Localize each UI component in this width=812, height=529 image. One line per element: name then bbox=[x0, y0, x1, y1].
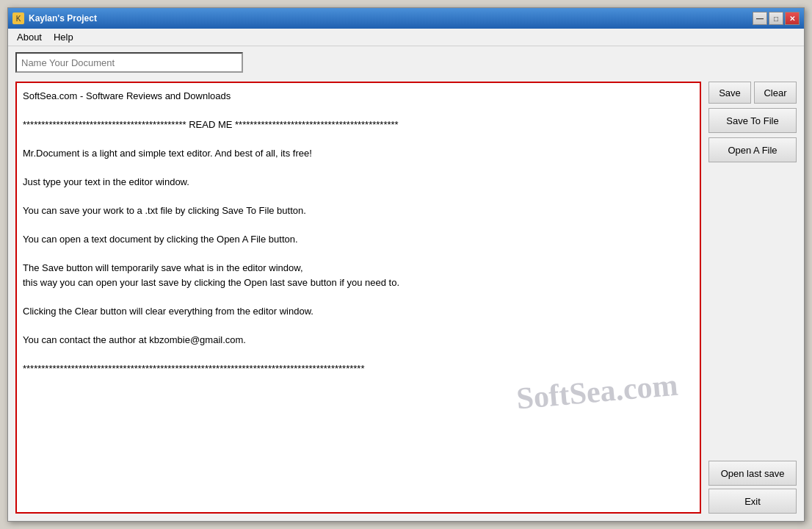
toolbar bbox=[8, 46, 804, 79]
bottom-button-group: Open last save Exit bbox=[708, 461, 797, 514]
spacer bbox=[708, 167, 797, 456]
window-controls: — □ ✕ bbox=[753, 12, 800, 25]
main-area: SoftSea.com Save Clear Save To File Open… bbox=[8, 79, 804, 521]
minimize-button[interactable]: — bbox=[753, 12, 767, 25]
maximize-button[interactable]: □ bbox=[769, 12, 783, 25]
close-button[interactable]: ✕ bbox=[785, 12, 800, 25]
editor-textarea[interactable] bbox=[17, 83, 700, 512]
menu-about[interactable]: About bbox=[11, 30, 48, 44]
open-last-save-button[interactable]: Open last save bbox=[708, 461, 797, 486]
top-button-group: Save Clear bbox=[708, 82, 797, 104]
clear-button[interactable]: Clear bbox=[754, 82, 797, 104]
app-icon: K bbox=[12, 12, 24, 24]
open-a-file-button[interactable]: Open A File bbox=[708, 137, 797, 162]
exit-button[interactable]: Exit bbox=[708, 489, 797, 514]
menu-help[interactable]: Help bbox=[48, 30, 79, 44]
application-window: K Kaylan's Project — □ ✕ About Help Soft… bbox=[7, 7, 805, 522]
sidebar: Save Clear Save To File Open A File Open… bbox=[708, 82, 797, 514]
editor-container: SoftSea.com bbox=[15, 82, 701, 514]
save-button[interactable]: Save bbox=[708, 82, 751, 104]
title-bar: K Kaylan's Project — □ ✕ bbox=[8, 8, 804, 29]
menu-bar: About Help bbox=[8, 29, 804, 46]
save-to-file-button[interactable]: Save To File bbox=[708, 108, 797, 133]
window-title: Kaylan's Project bbox=[29, 13, 753, 24]
document-name-input[interactable] bbox=[15, 52, 243, 73]
